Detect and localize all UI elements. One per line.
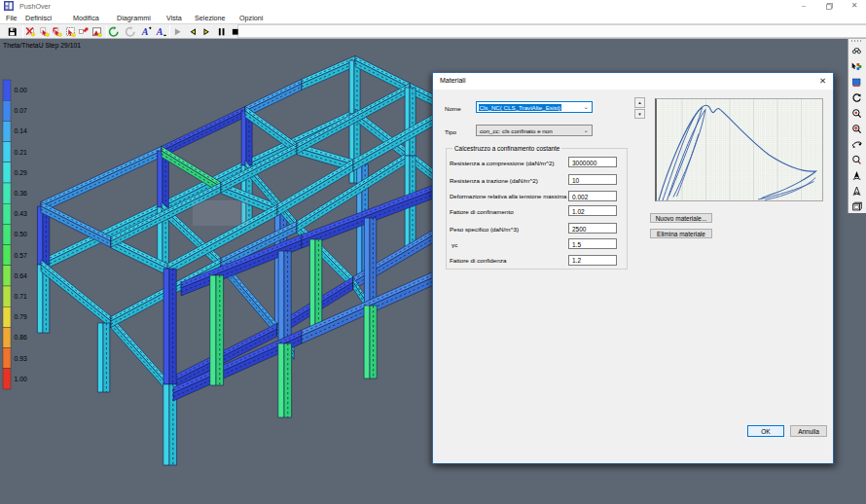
svg-text:0.71: 0.71	[15, 293, 27, 300]
svg-text:0.29: 0.29	[15, 169, 27, 176]
svg-text:0.43: 0.43	[15, 210, 27, 217]
svg-text:0.64: 0.64	[15, 272, 27, 279]
svg-text:0.57: 0.57	[15, 252, 27, 259]
svg-text:0.36: 0.36	[15, 190, 27, 197]
svg-text:0.14: 0.14	[15, 127, 27, 134]
svg-text:0.07: 0.07	[15, 107, 27, 114]
svg-text:0.50: 0.50	[15, 231, 27, 237]
svg-text:0.79: 0.79	[15, 313, 27, 320]
svg-text:0.00: 0.00	[15, 87, 27, 93]
svg-text:0.86: 0.86	[15, 334, 27, 341]
svg-text:1.00: 1.00	[15, 376, 27, 382]
svg-text:0.21: 0.21	[15, 149, 27, 156]
svg-text:0.93: 0.93	[15, 355, 27, 362]
